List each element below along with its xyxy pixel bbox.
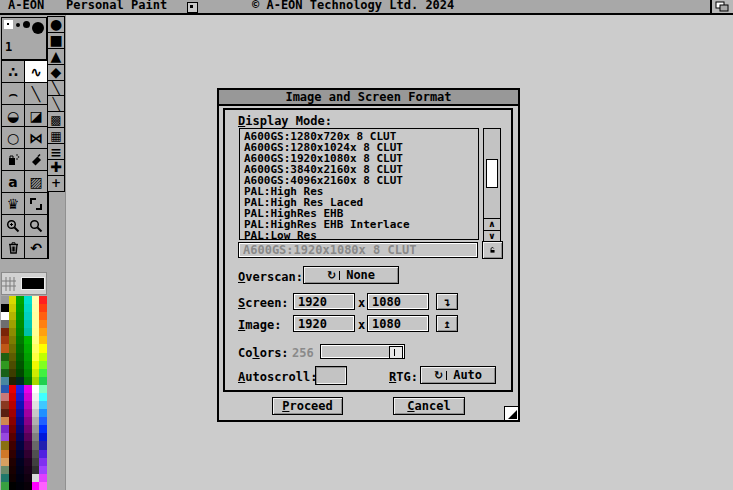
palette-swatch[interactable]	[9, 409, 17, 417]
palette-swatch[interactable]	[16, 474, 24, 482]
palette-swatch[interactable]	[1, 458, 9, 466]
palette-swatch[interactable]	[24, 353, 32, 361]
palette-swatch[interactable]	[1, 425, 9, 433]
define-brush-tool[interactable]	[25, 193, 47, 214]
palette-swatch[interactable]	[39, 425, 47, 433]
palette-swatch[interactable]	[39, 361, 47, 369]
palette-swatch[interactable]	[9, 304, 17, 312]
palette-swatch[interactable]	[9, 425, 17, 433]
palette-swatch[interactable]	[24, 466, 32, 474]
palette-swatch[interactable]	[39, 466, 47, 474]
palette-swatch[interactable]	[16, 409, 24, 417]
palette-swatch[interactable]	[24, 425, 32, 433]
scrollbar-thumb[interactable]	[486, 159, 498, 188]
palette-swatch[interactable]	[32, 320, 40, 328]
palette-swatch[interactable]	[9, 393, 17, 401]
palette-swatch[interactable]	[1, 320, 9, 328]
palette-swatch[interactable]	[16, 433, 24, 441]
brush-size-dot-icon[interactable]	[16, 23, 20, 27]
palette-swatch[interactable]	[24, 409, 32, 417]
palette-swatch[interactable]	[16, 312, 24, 320]
zoom-tool[interactable]	[25, 215, 47, 236]
brush-size-selector[interactable]: 1	[1, 17, 47, 60]
palette-swatch[interactable]	[32, 441, 40, 449]
palette-swatch[interactable]	[24, 328, 32, 336]
line-tool[interactable]: ╲	[25, 83, 47, 104]
proceed-button[interactable]: Proceed	[272, 397, 343, 415]
palette-swatch[interactable]	[16, 336, 24, 344]
palette-swatch[interactable]	[24, 393, 32, 401]
palette-swatch[interactable]	[32, 425, 40, 433]
palette-swatch[interactable]	[16, 458, 24, 466]
palette-swatch[interactable]	[24, 320, 32, 328]
palette-swatch[interactable]	[39, 377, 47, 385]
polygon-tool[interactable]: ⋈	[25, 127, 47, 148]
palette-swatch[interactable]	[24, 344, 32, 352]
palette-swatch[interactable]	[16, 296, 24, 304]
palette-swatch[interactable]	[39, 320, 47, 328]
airbrush-dots-tool[interactable]: ∴	[2, 61, 24, 82]
palette-swatch[interactable]	[39, 312, 47, 320]
thin-cross-brush[interactable]: +	[48, 176, 64, 191]
palette-swatch[interactable]	[32, 344, 40, 352]
palette-swatch[interactable]	[32, 482, 40, 490]
palette-swatch[interactable]	[39, 417, 47, 425]
autoscroll-checkbox[interactable]	[315, 366, 347, 385]
mode-name-field[interactable]	[238, 242, 478, 258]
palette-swatch[interactable]	[16, 425, 24, 433]
magnify-tool[interactable]	[2, 215, 24, 236]
palette-swatch[interactable]	[32, 296, 40, 304]
palette-swatch[interactable]	[39, 450, 47, 458]
palette-swatch[interactable]	[1, 417, 9, 425]
palette-swatch[interactable]	[9, 433, 17, 441]
lock-button[interactable]	[482, 241, 503, 259]
colors-slider[interactable]	[320, 344, 405, 359]
palette-swatch[interactable]	[1, 409, 9, 417]
palette-swatch[interactable]	[39, 385, 47, 393]
palette-swatch[interactable]	[32, 312, 40, 320]
palette-swatch[interactable]	[1, 385, 9, 393]
palette-swatch[interactable]	[39, 458, 47, 466]
thick-diagonal-brush[interactable]: ╲	[48, 81, 64, 96]
palette-swatch[interactable]	[1, 393, 9, 401]
palette-swatch[interactable]	[16, 377, 24, 385]
palette-swatch[interactable]	[32, 336, 40, 344]
palette-swatch[interactable]	[9, 466, 17, 474]
palette-swatch[interactable]	[24, 361, 32, 369]
palette-swatch[interactable]	[16, 441, 24, 449]
palette-swatch[interactable]	[9, 369, 17, 377]
palette-swatch[interactable]	[9, 474, 17, 482]
palette-swatch[interactable]	[1, 353, 9, 361]
palette-swatch[interactable]	[1, 466, 9, 474]
depth-gadget-icon[interactable]	[710, 0, 733, 13]
palette-swatch[interactable]	[16, 417, 24, 425]
palette-swatch[interactable]	[9, 450, 17, 458]
palette-swatch[interactable]	[16, 369, 24, 377]
palette-swatch[interactable]	[1, 433, 9, 441]
palette-swatch[interactable]	[9, 482, 17, 490]
palette-swatch[interactable]	[32, 466, 40, 474]
palette-swatch[interactable]	[24, 441, 32, 449]
palette-swatch[interactable]	[16, 304, 24, 312]
palette-swatch[interactable]	[39, 433, 47, 441]
mode-item[interactable]: PAL:Low Res	[240, 230, 478, 240]
palette-swatch[interactable]	[24, 450, 32, 458]
palette-swatch[interactable]	[39, 441, 47, 449]
palette-swatch[interactable]	[9, 312, 17, 320]
palette-swatch[interactable]	[9, 353, 17, 361]
palette-swatch[interactable]	[32, 450, 40, 458]
palette-swatch[interactable]	[9, 296, 17, 304]
palette-swatch[interactable]	[9, 417, 17, 425]
palette-swatch[interactable]	[9, 441, 17, 449]
dither-tool[interactable]: ▨	[25, 171, 47, 192]
palette-swatch[interactable]	[1, 312, 9, 320]
dense-dither-pattern[interactable]: ▦	[48, 128, 64, 143]
filled-rectangle-tool[interactable]: ◪	[25, 105, 47, 126]
filled-ellipse-tool[interactable]: ◒	[2, 105, 24, 126]
palette-swatch[interactable]	[1, 377, 9, 385]
sparse-dither-pattern[interactable]: ▩	[48, 112, 64, 127]
freehand-tool[interactable]: ∿	[25, 61, 47, 82]
palette-swatch[interactable]	[32, 353, 40, 361]
palette-swatch[interactable]	[32, 433, 40, 441]
screen-width-input[interactable]	[293, 293, 355, 310]
